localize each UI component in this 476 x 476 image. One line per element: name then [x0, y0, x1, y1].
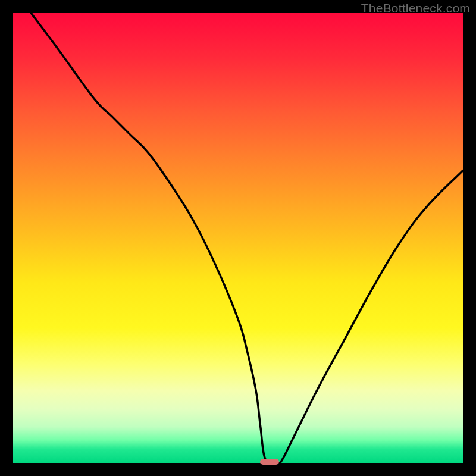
plot-area	[13, 13, 463, 463]
bottleneck-curve	[13, 13, 463, 463]
chart-frame: TheBottleneck.com	[0, 0, 476, 476]
optimal-marker	[260, 459, 279, 465]
